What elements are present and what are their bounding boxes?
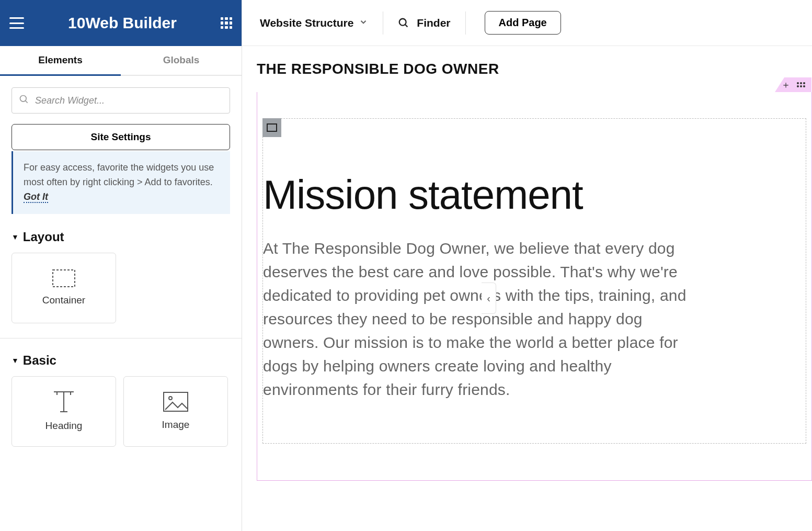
search-icon bbox=[398, 17, 409, 29]
category-basic-header[interactable]: ▼ Basic bbox=[12, 353, 230, 368]
mission-body-text[interactable]: At The Responsible Dog Owner, we believe… bbox=[263, 236, 692, 401]
search-icon bbox=[19, 94, 29, 107]
heading-icon bbox=[52, 391, 76, 413]
divider bbox=[383, 12, 383, 35]
category-layout-header[interactable]: ▼ Layout bbox=[12, 230, 230, 244]
svg-point-9 bbox=[169, 397, 172, 400]
favorites-tip-text: For easy access, favorite the widgets yo… bbox=[24, 162, 214, 187]
widget-image[interactable]: Image bbox=[123, 376, 228, 447]
widget-heading[interactable]: Heading bbox=[12, 376, 116, 447]
rectangle-icon bbox=[267, 123, 277, 132]
got-it-link[interactable]: Got It bbox=[24, 191, 48, 203]
chevron-down-icon: ▼ bbox=[12, 233, 19, 241]
svg-point-10 bbox=[399, 18, 406, 25]
container-handle[interactable] bbox=[262, 118, 281, 137]
section-toolbar: ＋ bbox=[775, 77, 811, 92]
svg-rect-8 bbox=[164, 392, 188, 411]
mission-heading[interactable]: Mission statement bbox=[263, 171, 806, 219]
tab-globals[interactable]: Globals bbox=[121, 46, 242, 75]
tab-elements[interactable]: Elements bbox=[0, 46, 121, 76]
svg-rect-12 bbox=[267, 124, 277, 131]
svg-rect-2 bbox=[53, 270, 75, 287]
drag-handle-icon[interactable] bbox=[797, 82, 805, 87]
widget-container[interactable]: Container bbox=[12, 253, 116, 323]
svg-line-11 bbox=[405, 24, 408, 27]
category-basic-title: Basic bbox=[23, 353, 56, 368]
finder-button[interactable]: Finder bbox=[398, 17, 450, 29]
add-widget-icon[interactable]: ＋ bbox=[781, 78, 791, 91]
image-icon bbox=[163, 392, 188, 412]
canvas-section[interactable]: ＋ Mission statement At The Responsible D… bbox=[257, 92, 812, 481]
widget-container-label: Container bbox=[42, 295, 85, 306]
apps-grid-icon[interactable] bbox=[221, 17, 232, 29]
add-page-button[interactable]: Add Page bbox=[485, 11, 561, 35]
chevron-down-icon bbox=[359, 17, 368, 29]
inner-container[interactable]: Mission statement At The Responsible Dog… bbox=[262, 118, 806, 444]
category-layout-title: Layout bbox=[23, 230, 64, 244]
svg-line-1 bbox=[26, 101, 28, 103]
widget-heading-label: Heading bbox=[45, 420, 83, 432]
hamburger-menu-icon[interactable] bbox=[9, 17, 24, 29]
website-structure-dropdown[interactable]: Website Structure bbox=[260, 17, 368, 29]
chevron-down-icon: ▼ bbox=[12, 356, 19, 365]
search-widget-input[interactable] bbox=[12, 87, 230, 114]
svg-point-0 bbox=[20, 96, 27, 102]
brand-title: 10Web Builder bbox=[45, 14, 200, 32]
website-structure-label: Website Structure bbox=[260, 17, 353, 29]
site-title: THE RESPONSIBLE DOG OWNER bbox=[257, 61, 812, 77]
site-settings-button[interactable]: Site Settings bbox=[12, 124, 230, 150]
widget-image-label: Image bbox=[162, 419, 190, 431]
finder-label: Finder bbox=[417, 17, 450, 29]
container-icon bbox=[52, 269, 75, 287]
collapse-sidebar-handle[interactable]: ‹ bbox=[482, 283, 496, 314]
favorites-tip: For easy access, favorite the widgets yo… bbox=[12, 151, 230, 214]
divider bbox=[465, 12, 466, 35]
